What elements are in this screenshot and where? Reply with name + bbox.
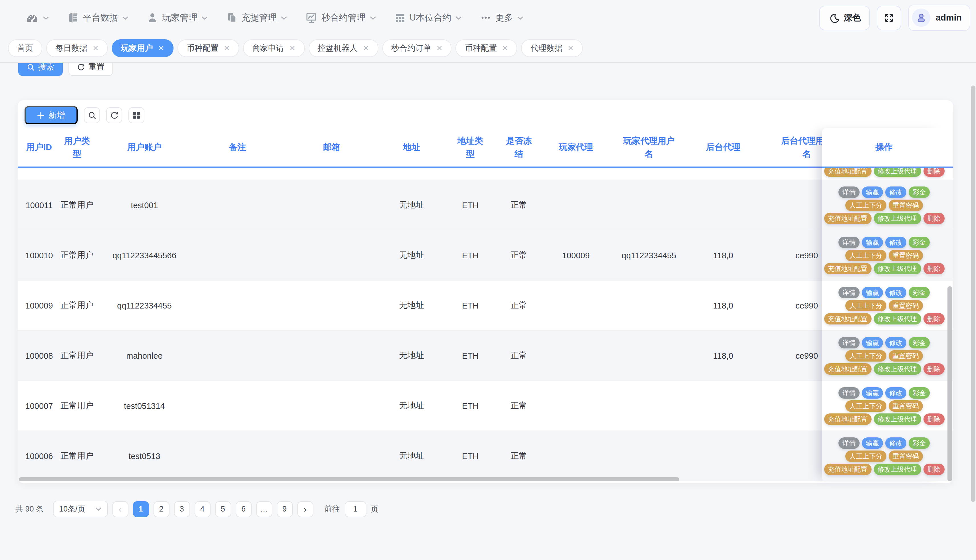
nav-item-player-management[interactable]: 玩家管理 <box>147 12 208 24</box>
action-button-change-parent-agent[interactable]: 修改上级代理 <box>874 413 921 425</box>
action-button-reset-password[interactable]: 重置密码 <box>889 450 923 462</box>
table-vertical-scrollbar-thumb[interactable] <box>948 286 952 481</box>
page-button-1[interactable]: 1 <box>133 501 149 517</box>
dashboard-menu[interactable] <box>26 11 49 24</box>
action-button-win-lose[interactable]: 输赢 <box>862 287 883 298</box>
tab[interactable]: 商家申请 ✕ <box>243 39 304 57</box>
page-button-6[interactable]: 6 <box>236 501 251 517</box>
action-button-win-lose[interactable]: 输赢 <box>862 186 883 198</box>
add-button[interactable]: 新增 <box>25 106 78 124</box>
tab-close-icon[interactable]: ✕ <box>436 45 443 52</box>
action-button-reset-password[interactable]: 重置密码 <box>889 400 923 412</box>
action-button-change-parent-agent[interactable]: 修改上级代理 <box>874 263 921 274</box>
action-button-change-parent-agent[interactable]: 修改上级代理 <box>874 313 921 324</box>
action-button-delete[interactable]: 删除 <box>923 168 944 177</box>
action-button-reset-password[interactable]: 重置密码 <box>889 199 923 211</box>
page-ellipsis[interactable]: … <box>256 501 272 517</box>
action-button-manual-adjust[interactable]: 人工上下分 <box>846 450 886 462</box>
action-button-edit[interactable]: 修改 <box>885 237 906 248</box>
action-button-edit[interactable]: 修改 <box>885 387 906 398</box>
page-button-2[interactable]: 2 <box>153 501 169 517</box>
user-menu[interactable]: admin <box>908 5 970 31</box>
action-button-deposit-address-config[interactable]: 充值地址配置 <box>824 463 871 475</box>
action-button-detail[interactable]: 详情 <box>839 337 859 348</box>
action-button-win-lose[interactable]: 输赢 <box>862 437 883 448</box>
tab-close-icon[interactable]: ✕ <box>568 45 574 52</box>
page-scrollbar-thumb[interactable] <box>971 85 976 502</box>
action-button-manual-adjust[interactable]: 人工上下分 <box>846 400 886 412</box>
page-button-4[interactable]: 4 <box>194 501 211 517</box>
action-button-deposit-address-config[interactable]: 充值地址配置 <box>824 313 871 324</box>
tab-close-icon[interactable]: ✕ <box>363 45 369 52</box>
action-button-delete[interactable]: 删除 <box>923 212 944 224</box>
tab[interactable]: 首页 <box>8 39 42 57</box>
action-button-reset-password[interactable]: 重置密码 <box>889 300 923 311</box>
action-button-bonus[interactable]: 彩金 <box>909 287 930 298</box>
action-button-change-parent-agent[interactable]: 修改上级代理 <box>874 212 921 224</box>
tab-close-icon[interactable]: ✕ <box>289 45 295 52</box>
action-button-reset-password[interactable]: 重置密码 <box>889 350 923 361</box>
action-button-bonus[interactable]: 彩金 <box>909 437 930 448</box>
action-button-deposit-address-config[interactable]: 充值地址配置 <box>824 168 871 177</box>
action-button-delete[interactable]: 删除 <box>923 363 944 374</box>
toggle-search-button[interactable] <box>84 107 100 123</box>
action-button-detail[interactable]: 详情 <box>839 287 859 298</box>
tab[interactable]: 代理数据 ✕ <box>521 39 583 57</box>
next-page-button[interactable]: › <box>297 501 313 517</box>
action-button-manual-adjust[interactable]: 人工上下分 <box>846 350 886 361</box>
action-button-win-lose[interactable]: 输赢 <box>862 337 883 348</box>
tab-close-icon[interactable]: ✕ <box>502 45 508 52</box>
action-button-deposit-address-config[interactable]: 充值地址配置 <box>824 212 871 224</box>
tab[interactable]: 币种配置 ✕ <box>177 39 239 57</box>
action-button-deposit-address-config[interactable]: 充值地址配置 <box>824 413 871 425</box>
refresh-table-button[interactable] <box>106 107 122 123</box>
tab[interactable]: 秒合约订单 ✕ <box>382 39 452 57</box>
nav-item-platform-data[interactable]: 平台数据 <box>67 12 129 24</box>
action-button-manual-adjust[interactable]: 人工上下分 <box>846 250 886 261</box>
action-button-detail[interactable]: 详情 <box>839 186 859 198</box>
action-button-detail[interactable]: 详情 <box>839 387 859 398</box>
dark-mode-button[interactable]: 深色 <box>819 5 870 30</box>
action-button-deposit-address-config[interactable]: 充值地址配置 <box>824 363 871 374</box>
action-button-bonus[interactable]: 彩金 <box>909 186 930 198</box>
action-button-win-lose[interactable]: 输赢 <box>862 237 883 248</box>
tab[interactable]: 玩家用户 ✕ <box>112 39 174 57</box>
page-button-5[interactable]: 5 <box>215 501 231 517</box>
column-settings-button[interactable] <box>129 107 144 123</box>
action-button-bonus[interactable]: 彩金 <box>909 337 930 348</box>
nav-item-deposit-withdraw[interactable]: 充提管理 <box>226 12 287 24</box>
page-size-select[interactable]: 10条/页 <box>53 501 108 517</box>
action-button-win-lose[interactable]: 输赢 <box>862 387 883 398</box>
action-button-bonus[interactable]: 彩金 <box>909 237 930 248</box>
action-button-bonus[interactable]: 彩金 <box>909 387 930 398</box>
action-button-detail[interactable]: 详情 <box>839 437 859 448</box>
page-button-3[interactable]: 3 <box>174 501 190 517</box>
tab[interactable]: 币种配置 ✕ <box>456 39 517 57</box>
action-button-edit[interactable]: 修改 <box>885 337 906 348</box>
tab-close-icon[interactable]: ✕ <box>92 45 99 52</box>
tab-close-icon[interactable]: ✕ <box>224 45 230 52</box>
tab[interactable]: 控盘机器人 ✕ <box>309 39 378 57</box>
nav-item-seconds-contract[interactable]: 秒合约管理 <box>305 12 376 24</box>
prev-page-button[interactable]: ‹ <box>112 501 128 517</box>
action-button-deposit-address-config[interactable]: 充值地址配置 <box>824 263 871 274</box>
nav-item-usdt-contract[interactable]: U本位合约 <box>394 12 461 24</box>
action-button-detail[interactable]: 详情 <box>839 237 859 248</box>
action-button-edit[interactable]: 修改 <box>885 287 906 298</box>
action-button-change-parent-agent[interactable]: 修改上级代理 <box>874 168 921 177</box>
action-button-delete[interactable]: 删除 <box>923 463 944 475</box>
horizontal-scrollbar-thumb[interactable] <box>19 477 679 481</box>
tab-close-icon[interactable]: ✕ <box>158 45 164 52</box>
action-button-change-parent-agent[interactable]: 修改上级代理 <box>874 363 921 374</box>
goto-page-input[interactable] <box>344 501 366 517</box>
action-button-manual-adjust[interactable]: 人工上下分 <box>846 199 886 211</box>
page-button-9[interactable]: 9 <box>277 501 292 517</box>
action-button-delete[interactable]: 删除 <box>923 413 944 425</box>
fullscreen-button[interactable] <box>877 5 901 30</box>
action-button-edit[interactable]: 修改 <box>885 186 906 198</box>
action-button-change-parent-agent[interactable]: 修改上级代理 <box>874 463 921 475</box>
action-button-delete[interactable]: 删除 <box>923 263 944 274</box>
action-button-manual-adjust[interactable]: 人工上下分 <box>846 300 886 311</box>
action-button-reset-password[interactable]: 重置密码 <box>889 250 923 261</box>
action-button-delete[interactable]: 删除 <box>923 313 944 324</box>
